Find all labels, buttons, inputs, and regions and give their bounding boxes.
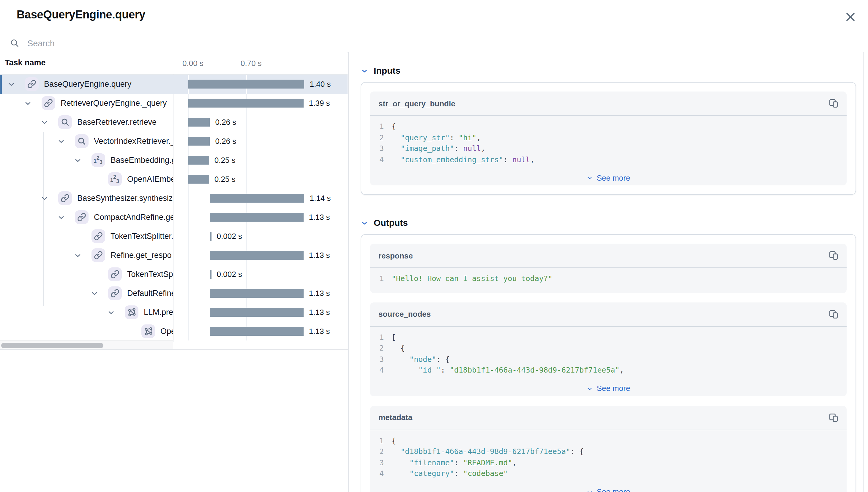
task-label: BaseEmbedding.g bbox=[110, 156, 173, 165]
duration-bar[interactable] bbox=[210, 270, 212, 279]
code-line: 4 "id_": "d18bb1f1-466a-443d-98d9-6217bf… bbox=[378, 365, 838, 376]
expand-chevron-icon[interactable] bbox=[74, 251, 82, 260]
trace-waterfall-table: Task name 0.00 s0.70 s BaseQueryEngine.q… bbox=[0, 52, 348, 492]
copy-button[interactable] bbox=[828, 309, 838, 319]
line-number: 3 bbox=[378, 354, 384, 365]
close-button[interactable] bbox=[844, 11, 856, 23]
duration-label: 1.13 s bbox=[309, 213, 330, 222]
task-row[interactable]: CompactAndRefine.ge1.13 s bbox=[0, 208, 348, 227]
expand-chevron-icon[interactable] bbox=[41, 194, 49, 203]
task-row[interactable]: VectorIndexRetriever._0.26 s bbox=[0, 132, 348, 151]
line-number: 1 bbox=[378, 121, 384, 132]
line-number: 4 bbox=[378, 468, 384, 479]
task-row[interactable]: 123BaseEmbedding.g0.25 s bbox=[0, 151, 348, 170]
duration-bar[interactable] bbox=[188, 80, 304, 89]
expand-chevron-icon[interactable] bbox=[90, 289, 99, 298]
duration-label: 0.25 s bbox=[215, 175, 235, 183]
duration-bar[interactable] bbox=[210, 289, 304, 298]
field-card-header: response bbox=[370, 244, 847, 268]
llm-network-icon bbox=[141, 324, 155, 338]
task-row-left: TokenTextSp bbox=[0, 265, 173, 284]
task-row[interactable]: 123OpenAIEmbe0.25 s bbox=[0, 170, 348, 189]
span-detail-panel: Inputsstr_or_query_bundle1{2 "query_str"… bbox=[348, 52, 868, 492]
search-input[interactable] bbox=[26, 33, 801, 53]
task-row[interactable]: RetrieverQueryEngine._query1.39 s bbox=[0, 94, 348, 113]
link-icon bbox=[92, 229, 105, 243]
duration-label: 1.13 s bbox=[309, 251, 330, 260]
task-row[interactable]: BaseQueryEngine.query1.40 s bbox=[0, 75, 348, 94]
magnifier-icon bbox=[75, 134, 89, 148]
code-line: 3 "filename": "README.md", bbox=[378, 457, 838, 468]
task-row[interactable]: DefaultRefine1.13 s bbox=[0, 284, 348, 303]
duration-bar[interactable] bbox=[188, 99, 304, 107]
window-header: BaseQueryEngine.query bbox=[0, 0, 868, 33]
task-row-left: RetrieverQueryEngine._query bbox=[0, 94, 173, 113]
task-row-left: BaseRetriever.retrieve bbox=[0, 113, 173, 132]
see-more-label: See more bbox=[597, 384, 630, 393]
copy-button[interactable] bbox=[828, 98, 838, 108]
duration-bar[interactable] bbox=[188, 156, 209, 165]
duration-bar[interactable] bbox=[210, 213, 304, 222]
task-row[interactable]: BaseSynthesizer.synthesiz1.14 s bbox=[0, 189, 348, 208]
task-row-left: BaseSynthesizer.synthesiz bbox=[0, 189, 173, 208]
duration-bar[interactable] bbox=[210, 251, 304, 260]
task-row-left: Ope bbox=[0, 322, 173, 341]
code-line: 2 { bbox=[378, 343, 838, 354]
line-number: 3 bbox=[378, 457, 384, 468]
expand-chevron-icon[interactable] bbox=[74, 156, 82, 165]
code-line: 3 "node": { bbox=[378, 354, 838, 365]
section-title: Inputs bbox=[374, 65, 400, 75]
duration-bar[interactable] bbox=[188, 118, 210, 127]
horizontal-scrollbar-thumb[interactable] bbox=[1, 343, 103, 348]
code-block: 1[2 {3 "node": {4 "id_": "d18bb1f1-466a-… bbox=[370, 326, 847, 379]
duration-bar[interactable] bbox=[210, 232, 212, 241]
section-header-inputs[interactable]: Inputs bbox=[361, 65, 856, 75]
task-label: CompactAndRefine.ge bbox=[94, 213, 173, 222]
task-row[interactable]: TokenTextSplitter.0.002 s bbox=[0, 227, 348, 246]
field-card-header: metadata bbox=[370, 405, 847, 430]
expand-chevron-icon[interactable] bbox=[57, 213, 65, 222]
field-name: response bbox=[378, 251, 413, 260]
duration-bar[interactable] bbox=[210, 194, 304, 203]
duration-bar[interactable] bbox=[210, 327, 304, 336]
task-row[interactable]: TokenTextSp0.002 s bbox=[0, 265, 348, 284]
expand-chevron-icon[interactable] bbox=[107, 309, 115, 317]
task-row[interactable]: BaseRetriever.retrieve0.26 s bbox=[0, 113, 348, 132]
see-more-link[interactable]: See more bbox=[370, 170, 847, 186]
duration-bar[interactable] bbox=[188, 175, 209, 183]
task-row[interactable]: LLM.pre1.13 s bbox=[0, 303, 348, 322]
line-number: 1 bbox=[378, 332, 384, 343]
task-row[interactable]: Refine.get_respo1.13 s bbox=[0, 246, 348, 265]
expand-chevron-icon[interactable] bbox=[24, 99, 32, 107]
copy-icon bbox=[828, 309, 838, 319]
see-more-chevron-icon bbox=[587, 385, 593, 392]
section-header-outputs[interactable]: Outputs bbox=[361, 218, 856, 227]
link-icon bbox=[75, 210, 89, 224]
task-row[interactable]: Ope1.13 s bbox=[0, 322, 348, 341]
search-bar bbox=[0, 33, 868, 53]
duration-label: 1.40 s bbox=[310, 80, 331, 89]
see-more-link[interactable]: See more bbox=[370, 484, 847, 492]
task-label: BaseRetriever.retrieve bbox=[77, 118, 156, 127]
expand-chevron-icon[interactable] bbox=[7, 80, 16, 89]
task-label: BaseQueryEngine.query bbox=[44, 80, 131, 89]
section-chevron-icon bbox=[361, 219, 368, 227]
copy-button[interactable] bbox=[828, 250, 838, 261]
duration-bar[interactable] bbox=[188, 137, 210, 146]
field-name: source_nodes bbox=[378, 310, 431, 319]
duration-label: 0.25 s bbox=[215, 156, 235, 165]
field-name: metadata bbox=[378, 413, 412, 422]
duration-label: 0.26 s bbox=[215, 137, 237, 146]
expand-chevron-icon[interactable] bbox=[57, 137, 65, 146]
panel-right-edge bbox=[863, 52, 864, 492]
expand-chevron-icon[interactable] bbox=[41, 118, 49, 127]
task-label: BaseSynthesizer.synthesiz bbox=[77, 194, 173, 203]
see-more-link[interactable]: See more bbox=[370, 380, 847, 396]
code-line: 1"Hello! How can I assist you today?" bbox=[378, 273, 838, 284]
copy-button[interactable] bbox=[828, 412, 838, 422]
duration-bar[interactable] bbox=[210, 308, 304, 317]
task-label: LLM.pre bbox=[144, 308, 173, 317]
task-row-left: TokenTextSplitter. bbox=[0, 227, 173, 246]
code-line: 3 "image_path": null, bbox=[378, 143, 838, 154]
line-number: 2 bbox=[378, 132, 384, 143]
